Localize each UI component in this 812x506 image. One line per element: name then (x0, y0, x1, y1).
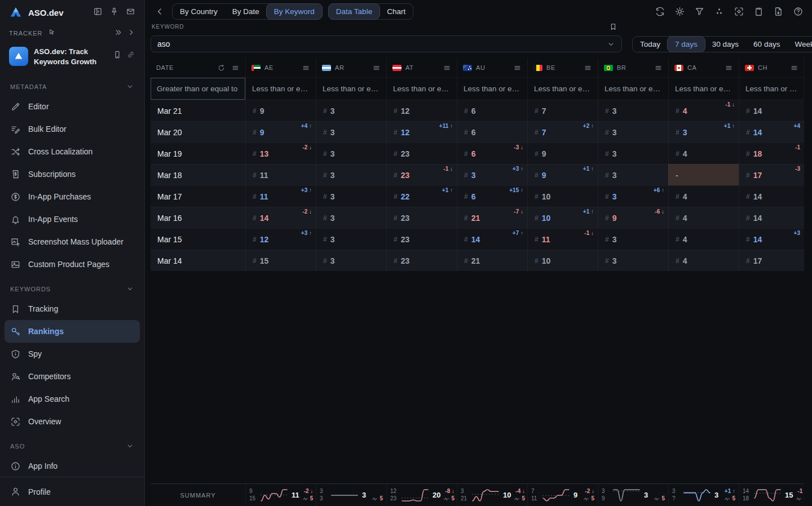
rank-cell-ar-mar-21[interactable]: #3 (316, 100, 386, 121)
rank-cell-ae-mar-20[interactable]: #9+4 ↑ (245, 121, 316, 143)
rank-cell-ch-mar-14[interactable]: #17 (739, 250, 804, 271)
rank-cell-ae-mar-17[interactable]: #11+3 ↑ (245, 185, 316, 207)
summary-ae[interactable]: 91511-2 ↓5 (245, 484, 316, 506)
sync-button[interactable] (652, 4, 667, 19)
sidebar-item-cross-localization[interactable]: Cross Localization (0, 140, 144, 163)
sidebar-item-overview[interactable]: Overview (0, 410, 144, 433)
sidebar-item-tracking[interactable]: Tracking (0, 298, 144, 320)
rank-cell-ar-mar-20[interactable]: #3 (316, 121, 386, 143)
bookmark-icon[interactable] (609, 23, 617, 33)
rank-cell-be-mar-21[interactable]: #7 (527, 100, 598, 121)
rank-cell-ca-mar-15[interactable]: #4 (668, 228, 739, 250)
summary-be[interactable]: 7119-2 ↓5 (527, 484, 598, 506)
column-header-ca[interactable]: CA (668, 58, 739, 77)
summary-ca[interactable]: 3?3+1 ↑5 (668, 484, 739, 506)
rank-cell-be-mar-16[interactable]: #10+1 ↑ (527, 207, 598, 228)
sidebar-item-screenshot-mass-uploader[interactable]: Screenshot Mass Uploader (0, 230, 144, 253)
collapse-all-button[interactable] (114, 28, 122, 38)
filter-input-at[interactable]: Less than or equal... (386, 77, 457, 100)
rank-cell-at-mar-19[interactable]: #23 (386, 143, 457, 164)
rank-cell-ch-mar-17[interactable]: #14 (739, 185, 804, 207)
cluster-button[interactable] (712, 4, 726, 19)
back-button[interactable] (153, 5, 166, 18)
rank-cell-ch-mar-20[interactable]: #14+4 (739, 121, 804, 143)
column-header-be[interactable]: BE (527, 58, 598, 77)
rank-cell-at-mar-21[interactable]: #12 (386, 100, 457, 121)
rank-cell-au-mar-16[interactable]: #21-7 ↓ (457, 207, 527, 228)
rank-cell-au-mar-20[interactable]: #6 (457, 121, 527, 143)
date-filter-input[interactable]: Greater than or equal to (151, 77, 245, 100)
scan-button[interactable] (731, 4, 746, 19)
rank-cell-au-mar-18[interactable]: #3+3 ↑ (457, 164, 527, 185)
rank-cell-br-mar-19[interactable]: #3 (598, 143, 668, 164)
rank-cell-ae-mar-21[interactable]: #9 (245, 100, 316, 121)
sidebar-item-custom-product-pages[interactable]: Custom Product Pages (0, 253, 144, 276)
rank-cell-ch-mar-19[interactable]: #18-1 (739, 143, 804, 164)
column-header-br[interactable]: BR (598, 58, 668, 77)
rank-cell-br-mar-15[interactable]: #3 (598, 228, 668, 250)
filter-input-be[interactable]: Less than or equal... (527, 77, 598, 100)
filter-input-br[interactable]: Less than or equal... (598, 77, 668, 100)
rank-cell-ar-mar-14[interactable]: #3 (316, 250, 386, 271)
rank-cell-at-mar-16[interactable]: #23 (386, 207, 457, 228)
rank-cell-ar-mar-15[interactable]: #3 (316, 228, 386, 250)
tab-by-date[interactable]: By Date (225, 4, 267, 19)
expand-tracker-button[interactable] (127, 28, 135, 38)
rank-cell-be-mar-20[interactable]: #7+2 ↑ (527, 121, 598, 143)
rank-cell-br-mar-21[interactable]: #3 (598, 100, 668, 121)
filter-input-ae[interactable]: Less than or equal... (245, 77, 316, 100)
sidebar-item-in-app-purchases[interactable]: In-App Purchases (0, 185, 144, 208)
rank-cell-at-mar-20[interactable]: #12+11 ↑ (386, 121, 457, 143)
rank-cell-br-mar-14[interactable]: #3 (598, 250, 668, 271)
filter-input-ar[interactable]: Less than or equal... (316, 77, 386, 100)
summary-br[interactable]: 3935 (598, 484, 668, 506)
rank-cell-at-mar-14[interactable]: #23 (386, 250, 457, 271)
range-7-days[interactable]: 7 days (667, 36, 705, 52)
sidebar-item-subscriptions[interactable]: Subscriptions (0, 163, 144, 185)
pin-button[interactable] (109, 7, 119, 19)
tab-chart[interactable]: Chart (379, 4, 413, 19)
range-week[interactable]: Week (787, 37, 812, 52)
collapse-sidebar-button[interactable] (93, 7, 103, 19)
summary-at[interactable]: 122320-8 ↓5 (386, 484, 457, 506)
rank-cell-au-mar-15[interactable]: #14+7 ↑ (457, 228, 527, 250)
sidebar-item-bulk-editor[interactable]: Bulk Editor (0, 118, 144, 140)
rank-cell-ae-mar-14[interactable]: #15 (245, 250, 316, 271)
rank-cell-ca-mar-16[interactable]: #4 (668, 207, 739, 228)
filter-input-ch[interactable]: Less than or equal... (739, 77, 804, 100)
range-30-days[interactable]: 30 days (705, 37, 746, 52)
column-header-ar[interactable]: AR (316, 58, 386, 77)
rank-cell-ae-mar-18[interactable]: #11 (245, 164, 316, 185)
tracked-app-card[interactable]: ASO.dev: Track Keywords Growth (0, 40, 144, 73)
rank-cell-au-mar-17[interactable]: #6+15 ↑ (457, 185, 527, 207)
rank-cell-ae-mar-19[interactable]: #13-2 ↓ (245, 143, 316, 164)
app-link-button[interactable] (126, 50, 135, 61)
rank-cell-au-mar-21[interactable]: #6 (457, 100, 527, 121)
summary-ar[interactable]: 3335 (316, 484, 386, 506)
column-header-au[interactable]: AU (457, 58, 527, 77)
sidebar-item-app-info[interactable]: App Info (0, 455, 144, 477)
filter-button[interactable] (692, 4, 707, 19)
rank-cell-ca-mar-19[interactable]: #4 (668, 143, 739, 164)
sidebar-item-competitors[interactable]: Competitors (0, 365, 144, 388)
rank-cell-ch-mar-18[interactable]: #17-3 (739, 164, 804, 185)
sidebar-item-in-app-events[interactable]: In-App Events (0, 208, 144, 230)
rank-cell-at-mar-18[interactable]: #23-1 ↓ (386, 164, 457, 185)
keyword-select[interactable]: aso (151, 35, 622, 52)
filter-input-ca[interactable]: Less than or equal... (668, 77, 739, 100)
summary-ch[interactable]: 141815-1 ↓5 (739, 484, 804, 506)
sidebar-section-keywords[interactable]: KEYWORDS (0, 276, 144, 298)
rank-cell-ar-mar-16[interactable]: #3 (316, 207, 386, 228)
rank-cell-ch-mar-21[interactable]: #14 (739, 100, 804, 121)
sidebar-section-metadata[interactable]: METADATA (0, 73, 144, 95)
sidebar-item-editor[interactable]: Editor (0, 95, 144, 118)
rank-cell-br-mar-16[interactable]: #9-6 ↓ (598, 207, 668, 228)
rank-cell-br-mar-18[interactable]: #3 (598, 164, 668, 185)
rank-cell-br-mar-20[interactable]: #3 (598, 121, 668, 143)
rank-cell-be-mar-14[interactable]: #10 (527, 250, 598, 271)
rank-cell-ar-mar-19[interactable]: #3 (316, 143, 386, 164)
column-header-ae[interactable]: AE (245, 58, 316, 77)
sidebar-section-aso[interactable]: ASO (0, 433, 144, 455)
mail-button[interactable] (126, 7, 135, 19)
sidebar-item-app-search[interactable]: App Search (0, 388, 144, 410)
